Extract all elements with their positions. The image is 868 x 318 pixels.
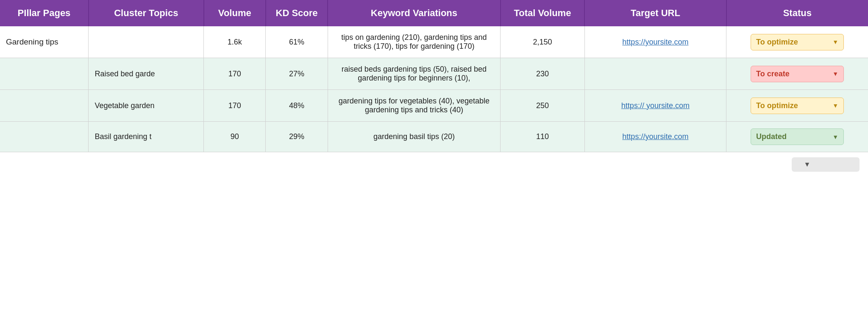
chevron-down-icon: ▼ [804, 161, 810, 168]
col-header-keyword: Keyword Variations [328, 0, 501, 26]
pillar-cell [0, 90, 89, 122]
status-label: To optimize [756, 38, 798, 47]
cluster-cell: Vegetable garden [89, 90, 204, 122]
status-badge[interactable]: To create▼ [751, 66, 844, 82]
bottom-bar: ▼ [0, 152, 868, 177]
col-header-cluster: Cluster Topics [89, 0, 204, 26]
table-header-row: PIllar Pages Cluster Topics Volume KD Sc… [0, 0, 868, 26]
status-cell[interactable]: To optimize▼ [726, 26, 868, 58]
col-header-total: Total Volume [501, 0, 585, 26]
cluster-cell [89, 26, 204, 58]
volume-cell: 170 [204, 58, 266, 90]
status-label: To optimize [756, 101, 798, 110]
table-row: Basil gardening t9029%gardening basil ti… [0, 122, 868, 152]
total-volume-cell: 230 [501, 58, 585, 90]
status-badge[interactable]: Updated▼ [751, 128, 844, 145]
status-label: To create [756, 70, 790, 78]
keyword-cell: gardening tips for vegetables (40), vege… [328, 90, 501, 122]
pillar-cell [0, 58, 89, 90]
pillar-cell [0, 122, 89, 152]
chevron-down-icon: ▼ [832, 102, 838, 109]
table-row: Raised bed garde17027%raised beds garden… [0, 58, 868, 90]
total-volume-cell: 250 [501, 90, 585, 122]
col-header-pillar: PIllar Pages [0, 0, 89, 26]
total-volume-cell: 2,150 [501, 26, 585, 58]
volume-cell: 170 [204, 90, 266, 122]
keyword-cell: gardening basil tips (20) [328, 122, 501, 152]
status-cell[interactable]: To create▼ [726, 58, 868, 90]
volume-cell: 90 [204, 122, 266, 152]
url-cell[interactable]: https://yoursite.com [584, 26, 726, 58]
status-badge[interactable]: To optimize▼ [751, 98, 844, 114]
total-volume-cell: 110 [501, 122, 585, 152]
kd-cell: 61% [266, 26, 328, 58]
url-cell [584, 58, 726, 90]
status-cell[interactable]: To optimize▼ [726, 90, 868, 122]
chevron-down-icon: ▼ [832, 39, 838, 45]
status-label: Updated [756, 132, 787, 141]
dropdown-value [798, 161, 800, 168]
col-header-kd: KD Score [266, 0, 328, 26]
keyword-cell: raised beds gardening tips (50), raised … [328, 58, 501, 90]
kd-cell: 29% [266, 122, 328, 152]
target-url-link[interactable]: https:// yoursite.com [621, 101, 690, 110]
kd-cell: 27% [266, 58, 328, 90]
col-header-volume: Volume [204, 0, 266, 26]
target-url-link[interactable]: https://yoursite.com [622, 38, 688, 46]
table-row: Gardening tips1.6k61%tips on gardening (… [0, 26, 868, 58]
status-dropdown[interactable]: ▼ [792, 157, 860, 172]
col-header-status: Status [726, 0, 868, 26]
target-url-link[interactable]: https://yoursite.com [622, 132, 688, 141]
url-cell[interactable]: https://yoursite.com [584, 122, 726, 152]
seo-table: PIllar Pages Cluster Topics Volume KD Sc… [0, 0, 868, 152]
cluster-cell: Basil gardening t [89, 122, 204, 152]
status-cell[interactable]: Updated▼ [726, 122, 868, 152]
chevron-down-icon: ▼ [832, 70, 838, 77]
keyword-cell: tips on gardening (210), gardening tips … [328, 26, 501, 58]
table-row: Vegetable garden17048%gardening tips for… [0, 90, 868, 122]
volume-cell: 1.6k [204, 26, 266, 58]
url-cell[interactable]: https:// yoursite.com [584, 90, 726, 122]
chevron-down-icon: ▼ [832, 134, 838, 140]
pillar-cell: Gardening tips [0, 26, 89, 58]
cluster-cell: Raised bed garde [89, 58, 204, 90]
status-badge[interactable]: To optimize▼ [751, 34, 844, 50]
main-table-wrapper: PIllar Pages Cluster Topics Volume KD Sc… [0, 0, 868, 152]
col-header-url: Target URL [584, 0, 726, 26]
kd-cell: 48% [266, 90, 328, 122]
